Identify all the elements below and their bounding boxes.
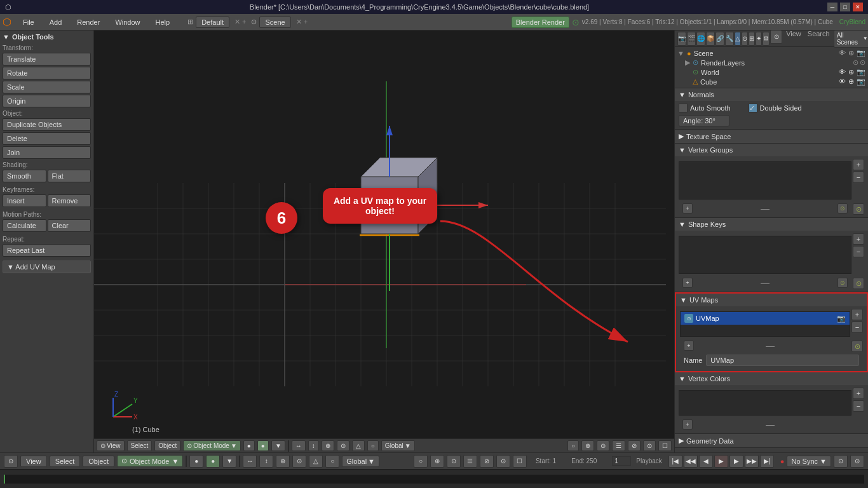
mode-selector[interactable]: ⊙ Object Mode ▼	[183, 440, 241, 451]
uv-maps-header[interactable]: ▼ UV Maps	[676, 294, 867, 306]
props-icon-particles[interactable]: ✦	[756, 32, 762, 46]
layout-selector[interactable]: Default	[196, 17, 229, 28]
statusbar-mode[interactable]: ⊙ Object Mode ▼	[117, 455, 183, 467]
origin-button[interactable]: Origin	[3, 95, 91, 107]
add-uv-map-button[interactable]: ▼ Add UV Map	[3, 261, 91, 273]
menu-window[interactable]: Window	[111, 17, 144, 27]
snap-btn-5[interactable]: ⊙	[643, 440, 656, 451]
play-prev-frame[interactable]: ◀◀	[684, 455, 698, 468]
cube-tree-item[interactable]: △ Cube 👁 ⊕ 📷	[675, 77, 868, 86]
auto-smooth-label[interactable]: Auto Smooth	[679, 104, 731, 112]
auto-smooth-checkbox[interactable]	[679, 104, 688, 112]
uv-side-shield[interactable]: ⊙	[851, 341, 863, 352]
repeat-last-button[interactable]: Repeat Last	[3, 244, 91, 257]
texture-space-header[interactable]: ▶ Texture Space	[675, 130, 868, 143]
sb-global[interactable]: Global ▼	[342, 456, 379, 467]
sb-snap1[interactable]: ⊕	[430, 455, 444, 468]
sync-icon2[interactable]: ⊙	[850, 455, 864, 468]
props-icon-data[interactable]: △	[735, 32, 741, 46]
transform-manipulator-2[interactable]: ↕	[308, 440, 319, 451]
sb-arrow1[interactable]: ↔	[243, 455, 257, 468]
angle-field[interactable]	[679, 115, 729, 126]
delete-button[interactable]: Delete	[3, 132, 91, 145]
play-next-frame[interactable]: ▶▶	[745, 455, 759, 468]
scene-selector[interactable]: Scene	[259, 17, 290, 28]
props-icon-scene[interactable]: 🎬	[687, 32, 696, 46]
vc-side-add[interactable]: +	[853, 388, 864, 399]
shape-keys-header[interactable]: ▼ Shape Keys	[675, 218, 868, 231]
snap-btn-3[interactable]: ☰	[612, 440, 625, 451]
statusbar-view-icon[interactable]: ⊙	[4, 455, 18, 468]
sb-icon2[interactable]: △	[309, 455, 323, 468]
props-icon-world[interactable]: 🌐	[696, 32, 705, 46]
props-icon-materials[interactable]: ⊙	[742, 32, 748, 46]
close-button[interactable]: ✕	[853, 3, 863, 11]
play-stop[interactable]: ▶	[714, 455, 728, 468]
sb-snap5[interactable]: ⊙	[496, 455, 510, 468]
sk-shield-btn[interactable]: ⊙	[837, 278, 848, 288]
translate-button[interactable]: Translate	[3, 53, 91, 65]
no-sync-selector[interactable]: No Sync ▼	[787, 456, 831, 467]
sb-cross[interactable]: ⊕	[276, 455, 290, 468]
proportional-edit[interactable]: ○	[567, 440, 579, 451]
menu-render[interactable]: Render	[73, 17, 104, 27]
transform-icon-1[interactable]: ⊙	[337, 440, 349, 451]
vg-side-add[interactable]: +	[853, 159, 864, 170]
scenes-selector[interactable]: All Scenes ▼	[834, 30, 868, 48]
minimize-button[interactable]: ─	[827, 3, 837, 11]
statusbar-object[interactable]: Object	[83, 456, 114, 467]
sb-dot1[interactable]: ●	[189, 455, 203, 468]
rotate-button[interactable]: Rotate	[3, 67, 91, 79]
sk-side-add[interactable]: +	[853, 233, 864, 245]
viewport-shade-dropdown[interactable]: ▼	[271, 440, 285, 451]
play-end[interactable]: ▶|	[760, 455, 774, 468]
play-next[interactable]: ▶	[729, 455, 743, 468]
frame-number-input[interactable]	[612, 456, 631, 466]
snap-btn-1[interactable]: ⊕	[581, 440, 594, 451]
sb-arrow2[interactable]: ↕	[259, 455, 273, 468]
sb-icon1[interactable]: ⊙	[292, 455, 306, 468]
props-icon-constraints[interactable]: 🔗	[715, 32, 724, 46]
snap-btn-2[interactable]: ⊙	[597, 440, 609, 451]
double-sided-label[interactable]: ✓ Double Sided	[749, 104, 802, 112]
uv-side-add[interactable]: +	[851, 309, 863, 320]
sb-snap3[interactable]: ☰	[463, 455, 477, 468]
props-icon-modifiers[interactable]: 🔧	[725, 32, 734, 46]
vg-side-remove[interactable]: −	[853, 172, 864, 183]
uv-add-btn[interactable]: +	[684, 341, 694, 351]
sb-snap2[interactable]: ⊙	[447, 455, 461, 468]
statusbar-view[interactable]: View	[20, 456, 47, 467]
uv-camera-icon[interactable]: 📷	[837, 315, 846, 323]
smooth-button[interactable]: Smooth	[3, 170, 46, 182]
vertex-colors-header[interactable]: ▼ Vertex Colors	[675, 372, 868, 385]
duplicate-objects-button[interactable]: Duplicate Objects	[3, 118, 91, 131]
join-button[interactable]: Join	[3, 146, 91, 159]
scale-button[interactable]: Scale	[3, 81, 91, 93]
flat-button[interactable]: Flat	[48, 170, 92, 182]
sb-snap4[interactable]: ⊘	[480, 455, 494, 468]
snap-btn-6[interactable]: ☐	[658, 440, 672, 451]
transform-icon-2[interactable]: △	[352, 440, 365, 451]
props-view-btn[interactable]: ⊙	[770, 30, 782, 44]
sync-icon1[interactable]: ⊙	[834, 455, 848, 468]
vg-add-btn[interactable]: +	[682, 203, 693, 214]
transform-manipulator-3[interactable]: ⊕	[322, 440, 334, 451]
world-tree-item[interactable]: ⊙ World 👁 ⊕ 📷	[675, 67, 868, 77]
viewport-shade-2[interactable]: ●	[257, 440, 269, 451]
sb-snap6[interactable]: ☐	[513, 455, 527, 468]
timeline-track[interactable]	[4, 475, 864, 484]
geometry-data-header[interactable]: ▶ Geometry Data	[675, 434, 868, 447]
scene-eye-icon[interactable]: 👁 ⊕ 📷	[839, 49, 865, 57]
vc-side-remove[interactable]: −	[853, 400, 864, 412]
remove-button[interactable]: Remove	[48, 194, 92, 207]
select-menu[interactable]: Select	[127, 440, 153, 451]
sb-dd[interactable]: ▼	[222, 455, 236, 468]
viewport-shade-1[interactable]: ●	[243, 440, 255, 451]
menu-file[interactable]: File	[19, 17, 38, 27]
props-icon-textures[interactable]: ⊞	[749, 32, 755, 46]
play-start[interactable]: |◀	[668, 455, 682, 468]
renderlayers-tree-item[interactable]: ▶ ⊙ RenderLayers ⊙ ⊙	[675, 58, 868, 67]
sk-side-remove[interactable]: −	[853, 246, 864, 257]
insert-button[interactable]: Insert	[3, 194, 46, 207]
play-prev[interactable]: ◀	[699, 455, 713, 468]
